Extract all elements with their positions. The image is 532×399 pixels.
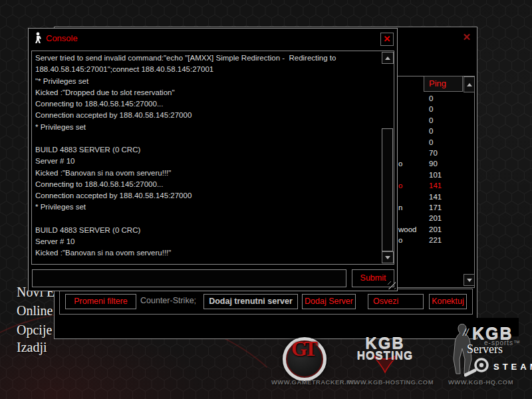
refresh-button[interactable]: Osvezi: [368, 294, 424, 309]
console-window: Console ✕ Server tried to send invalid c…: [28, 28, 398, 291]
app-root: Novi E Online Opcije Izadji ✕ Ping 00000…: [0, 0, 532, 399]
scroll-down-icon[interactable]: [382, 251, 394, 263]
sidebar-item-izadji[interactable]: Izadji: [17, 340, 47, 355]
server-row[interactable]: 0: [398, 116, 472, 126]
console-output: Server tried to send invalid command:"ec…: [31, 51, 394, 265]
server-row[interactable]: 70: [398, 148, 472, 159]
console-title: Console: [46, 33, 78, 43]
sidebar-item-opcije[interactable]: Opcije: [17, 323, 52, 338]
console-line: Kicked :"Banovan si na ovom serveru!!!": [35, 247, 379, 259]
console-line: Server tried to send invalid command:"ec…: [35, 53, 379, 64]
console-line: "* Privileges set: [35, 76, 379, 87]
server-row[interactable]: 0: [398, 126, 472, 137]
gametracker-logo[interactable]: GT WWW.GAMETRACKER.RS: [271, 334, 344, 386]
server-row[interactable]: o90: [398, 159, 472, 170]
console-line: Connecting to 188.40.58.145:27000...: [35, 179, 379, 190]
console-line: Connection accepted by 188.40.58.145:270…: [35, 190, 379, 201]
triangle-up-icon: [467, 83, 472, 86]
server-row[interactable]: n171: [398, 203, 472, 213]
gametracker-gt-text: GT: [291, 337, 315, 361]
kgb-hosting-hosting-text: HOSTING: [348, 350, 422, 363]
add-server-button[interactable]: Dodaj Server: [302, 294, 356, 309]
console-line: Server # 10: [35, 156, 379, 167]
add-current-server-button[interactable]: Dodaj trenutni server: [203, 294, 298, 309]
console-line: Connection accepted by 188.40.58.145:270…: [35, 110, 379, 121]
close-icon[interactable]: ✕: [380, 33, 394, 46]
connect-button[interactable]: Konektuj: [429, 294, 467, 309]
console-line: * Privileges set: [35, 122, 379, 133]
kgb-hq-url: WWW.KGB-HQ.COM: [448, 378, 532, 386]
steam-logo-icon: [464, 356, 491, 378]
console-line: BUILD 4883 SERVER (0 CRC): [35, 225, 379, 236]
scroll-up-icon[interactable]: [382, 52, 394, 64]
server-row[interactable]: wood201: [398, 225, 472, 235]
steam-text: STEAM: [493, 362, 532, 372]
console-line: 188.40.58.145:27001";connect 188.40.58.1…: [35, 64, 379, 75]
server-row[interactable]: 0: [398, 138, 472, 148]
server-row[interactable]: 101: [398, 170, 472, 181]
server-row[interactable]: 201: [398, 213, 472, 224]
sort-ascending-button[interactable]: [464, 76, 475, 92]
triangle-down-icon: [467, 279, 472, 282]
console-line: BUILD 4883 SERVER (0 CRC): [35, 144, 379, 156]
server-row[interactable]: o221: [398, 235, 472, 246]
server-row[interactable]: 0: [398, 104, 472, 115]
kgb-hosting-url: WWW.KGB-HOSTING.COM: [348, 378, 422, 386]
resize-grip-icon[interactable]: [388, 281, 396, 289]
kgb-hq-logo[interactable]: // KGB e-sports™ Servers STEAM WWW.KGB-H…: [439, 318, 532, 386]
console-command-input[interactable]: [32, 269, 346, 287]
console-line: [35, 133, 379, 144]
change-filters-button[interactable]: Promeni filtere: [65, 294, 136, 309]
kgb-hosting-logo[interactable]: KGB HOSTING WWW.KGB-HOSTING.COM: [348, 334, 422, 386]
sidebar-item-online[interactable]: Online: [17, 303, 53, 319]
close-icon[interactable]: ✕: [462, 31, 471, 43]
console-line: Server # 10: [35, 236, 379, 247]
kgb-hq-slashes: //: [463, 327, 468, 338]
console-scrollbar[interactable]: [382, 52, 393, 263]
gametracker-url: WWW.GAMETRACKER.RS: [271, 378, 344, 386]
console-line: [35, 213, 379, 225]
server-row[interactable]: o141: [398, 181, 472, 192]
server-row[interactable]: 0: [398, 94, 472, 104]
console-titlebar[interactable]: Console ✕: [29, 29, 397, 49]
scrollbar-thumb[interactable]: [382, 128, 393, 251]
server-rows: 0000070o90101o141141n171201wood201o221: [398, 94, 472, 246]
game-filter-label: Counter-Strike;: [140, 294, 196, 309]
kgb-hq-servers-text: Servers: [467, 342, 503, 356]
console-line: Kicked :"Dropped due to slot reservation…: [35, 87, 379, 98]
server-row[interactable]: 141: [398, 192, 472, 203]
console-line: Connecting to 188.40.58.145:27000...: [35, 98, 379, 110]
console-line: * Privileges set: [35, 201, 379, 213]
console-lines: Server tried to send invalid command:"ec…: [35, 53, 379, 259]
server-toolbar: Promeni filtere Counter-Strike; Dodaj tr…: [59, 289, 473, 315]
console-line: Kicked :"Banovan si na ovom serveru!!!": [35, 168, 379, 179]
console-icon: [34, 32, 43, 44]
column-header-ping[interactable]: Ping: [424, 76, 463, 92]
list-scroll-down-button[interactable]: [464, 274, 475, 286]
